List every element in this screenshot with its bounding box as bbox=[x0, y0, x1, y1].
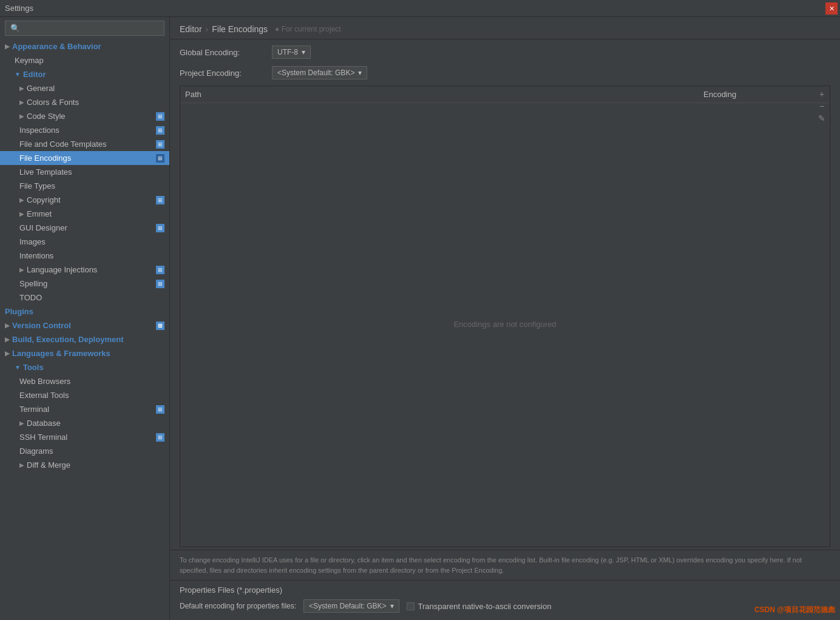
breadcrumb-sep: › bbox=[206, 24, 209, 34]
sidebar-item-tools[interactable]: ▼ Tools bbox=[0, 360, 169, 374]
sidebar-item-label: Plugins bbox=[5, 307, 33, 316]
sidebar-item-label: Inspections bbox=[19, 126, 59, 135]
expand-arrow: ▶ bbox=[5, 350, 10, 357]
dropdown-arrow: ▾ bbox=[390, 602, 394, 610]
expand-arrow: ▶ bbox=[19, 266, 24, 273]
sidebar-item-copyright[interactable]: ▶ Copyright ⊞ bbox=[0, 193, 169, 207]
sidebar-item-file-types[interactable]: File Types bbox=[0, 179, 169, 193]
sidebar-item-todo[interactable]: TODO bbox=[0, 291, 169, 305]
sidebar-item-label: Appearance & Behavior bbox=[12, 42, 101, 51]
sidebar-item-label: Colors & Fonts bbox=[27, 98, 79, 107]
title-bar: Settings ✕ bbox=[0, 0, 840, 17]
breadcrumb-parent: Editor bbox=[180, 24, 202, 34]
sidebar-item-diagrams[interactable]: Diagrams bbox=[0, 444, 169, 458]
sidebar-item-build-execution[interactable]: ▶ Build, Execution, Deployment bbox=[0, 332, 169, 346]
project-encoding-dropdown[interactable]: <System Default: GBK> ▾ bbox=[272, 66, 367, 79]
global-encoding-dropdown[interactable]: UTF-8 ▾ bbox=[272, 45, 311, 59]
project-encoding-row: Project Encoding: <System Default: GBK> … bbox=[170, 62, 840, 83]
sidebar-item-label: Version Control bbox=[12, 321, 71, 330]
sidebar-item-live-templates[interactable]: Live Templates bbox=[0, 165, 169, 179]
sidebar-item-external-tools[interactable]: External Tools bbox=[0, 388, 169, 402]
ext-icon: ⊞ bbox=[156, 405, 164, 414]
sidebar-item-label: Diff & Merge bbox=[27, 460, 70, 470]
sidebar-item-label: GUI Designer bbox=[19, 223, 67, 232]
sidebar-item-spelling[interactable]: Spelling ⊞ bbox=[0, 277, 169, 291]
sidebar-item-plugins[interactable]: Plugins bbox=[0, 305, 169, 318]
ext-icon: ⊞ bbox=[156, 266, 164, 274]
sidebar-item-terminal[interactable]: Terminal ⊞ bbox=[0, 402, 169, 416]
main-container: ▶ Appearance & Behavior Keymap ▼ Editor … bbox=[0, 17, 840, 620]
table-actions: + − ✎ bbox=[816, 89, 827, 124]
global-encoding-label: Global Encoding: bbox=[180, 48, 265, 57]
expand-arrow: ▶ bbox=[19, 197, 24, 203]
add-encoding-button[interactable]: + bbox=[816, 89, 827, 99]
ext-icon: ⊞ bbox=[156, 433, 164, 442]
sidebar-item-languages-frameworks[interactable]: ▶ Languages & Frameworks bbox=[0, 346, 169, 360]
sidebar-item-label: Spelling bbox=[19, 279, 47, 288]
sidebar-item-ssh-terminal[interactable]: SSH Terminal ⊞ bbox=[0, 430, 169, 444]
sidebar-item-appearance-behavior[interactable]: ▶ Appearance & Behavior bbox=[0, 39, 169, 53]
sidebar-item-label: Editor bbox=[23, 70, 46, 79]
ext-icon: ⊞ bbox=[156, 322, 164, 330]
sidebar-item-intentions[interactable]: Intentions bbox=[0, 249, 169, 263]
sidebar-item-label: Build, Execution, Deployment bbox=[12, 335, 123, 344]
transparent-checkbox[interactable] bbox=[407, 602, 415, 610]
sidebar-item-label: Keymap bbox=[15, 56, 44, 65]
col-encoding: Encoding bbox=[703, 90, 825, 99]
project-encoding-value: <System Default: GBK> bbox=[277, 69, 354, 77]
sidebar-item-file-encodings[interactable]: File Encodings ⊞ bbox=[0, 151, 169, 165]
sidebar-item-editor[interactable]: ▼ Editor bbox=[0, 67, 169, 81]
sidebar-item-images[interactable]: Images bbox=[0, 235, 169, 249]
watermark: CSDN @项目花园范德彪 bbox=[754, 605, 835, 615]
expand-arrow: ▶ bbox=[19, 99, 24, 106]
sidebar-item-emmet[interactable]: ▶ Emmet bbox=[0, 207, 169, 221]
sidebar-item-general[interactable]: ▶ General bbox=[0, 81, 169, 95]
sidebar-item-version-control[interactable]: ▶ Version Control ⊞ bbox=[0, 318, 169, 332]
transparent-label: Transparent native-to-ascii conversion bbox=[418, 602, 552, 611]
ext-icon: ⊞ bbox=[156, 196, 164, 204]
sidebar-item-code-style[interactable]: ▶ Code Style ⊞ bbox=[0, 109, 169, 123]
search-input[interactable] bbox=[5, 21, 164, 36]
global-encoding-value: UTF-8 bbox=[277, 48, 298, 56]
sidebar-item-label: General bbox=[27, 84, 55, 93]
encodings-table: Path Encoding Encodings are not configur… bbox=[180, 86, 830, 547]
col-path: Path bbox=[185, 90, 703, 99]
expand-arrow: ▶ bbox=[19, 85, 24, 92]
sidebar: ▶ Appearance & Behavior Keymap ▼ Editor … bbox=[0, 17, 170, 620]
expand-arrow: ▶ bbox=[19, 211, 24, 217]
expand-arrow: ▶ bbox=[19, 420, 24, 426]
sidebar-item-diff-merge[interactable]: ▶ Diff & Merge bbox=[0, 458, 169, 472]
sidebar-item-label: File and Code Templates bbox=[19, 140, 107, 149]
sidebar-item-label: Images bbox=[19, 237, 46, 246]
expand-arrow: ▶ bbox=[5, 43, 10, 50]
dropdown-arrow: ▾ bbox=[302, 48, 305, 56]
close-button[interactable]: ✕ bbox=[825, 2, 838, 15]
ext-icon: ⊞ bbox=[156, 280, 164, 288]
sidebar-item-language-injections[interactable]: ▶ Language Injections ⊞ bbox=[0, 263, 169, 277]
default-encoding-dropdown[interactable]: <System Default: GBK> ▾ bbox=[303, 599, 399, 613]
sidebar-item-colors-fonts[interactable]: ▶ Colors & Fonts bbox=[0, 95, 169, 109]
default-encoding-label: Default encoding for properties files: bbox=[180, 602, 296, 610]
expand-arrow: ▶ bbox=[5, 336, 10, 343]
sidebar-item-label: Emmet bbox=[27, 209, 52, 218]
sidebar-item-inspections[interactable]: Inspections ⊞ bbox=[0, 123, 169, 137]
sidebar-item-label: File Encodings bbox=[19, 153, 71, 163]
sidebar-item-label: Tools bbox=[23, 363, 44, 372]
sidebar-item-keymap[interactable]: Keymap bbox=[0, 53, 169, 67]
properties-section: Properties Files (*.properties) Default … bbox=[170, 580, 840, 620]
ext-icon: ⊞ bbox=[156, 224, 164, 232]
sidebar-item-label: Database bbox=[27, 419, 61, 428]
expand-arrow: ▶ bbox=[19, 113, 24, 120]
ext-icon: ⊞ bbox=[156, 112, 164, 121]
sidebar-item-database[interactable]: ▶ Database bbox=[0, 416, 169, 430]
remove-encoding-button[interactable]: − bbox=[816, 101, 827, 112]
transparent-checkbox-area: Transparent native-to-ascii conversion bbox=[407, 602, 552, 611]
table-empty-msg: Encodings are not configured bbox=[180, 103, 830, 545]
edit-encoding-button[interactable]: ✎ bbox=[816, 113, 827, 124]
sidebar-item-gui-designer[interactable]: GUI Designer ⊞ bbox=[0, 221, 169, 235]
sidebar-item-label: Languages & Frameworks bbox=[12, 349, 110, 358]
sidebar-item-label: External Tools bbox=[19, 391, 69, 400]
content-area: Editor › File Encodings ● For current pr… bbox=[170, 17, 840, 620]
sidebar-item-web-browsers[interactable]: Web Browsers bbox=[0, 374, 169, 388]
sidebar-item-file-code-templates[interactable]: File and Code Templates ⊞ bbox=[0, 137, 169, 151]
